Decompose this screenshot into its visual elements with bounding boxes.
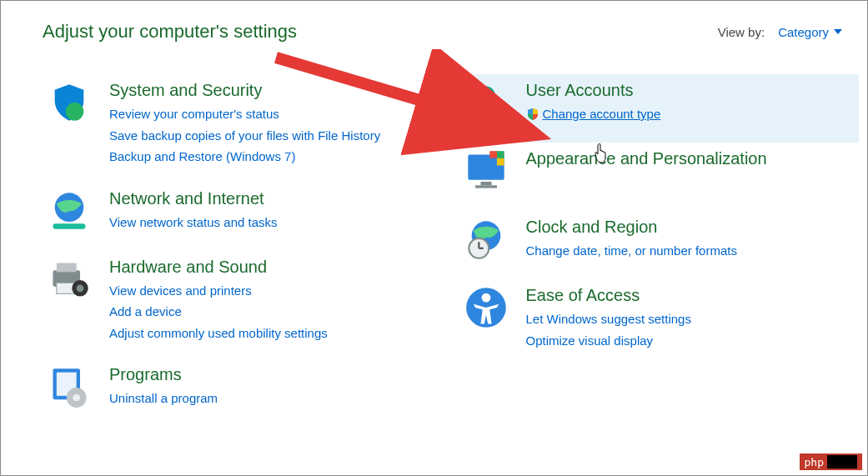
programs-icon — [46, 365, 93, 412]
category-title[interactable]: User Accounts — [526, 81, 851, 100]
category-ease-of-access: Ease of Access Let Windows suggest setti… — [459, 279, 860, 366]
category-hardware-sound: Hardware and Sound View devices and prin… — [43, 251, 443, 359]
category-appearance-personalization: Appearance and Personalization — [459, 143, 860, 211]
globe-icon — [46, 189, 93, 236]
viewby-value: Category — [778, 25, 829, 39]
accessibility-icon — [463, 286, 509, 333]
link-optimize-display[interactable]: Optimize visual display — [526, 330, 851, 352]
category-title[interactable]: Hardware and Sound — [109, 258, 434, 277]
category-clock-region: Clock and Region Change date, time, or n… — [459, 211, 860, 279]
category-title[interactable]: System and Security — [109, 81, 434, 100]
category-programs: Programs Uninstall a program — [43, 358, 443, 427]
user-icon — [463, 81, 509, 128]
link-text: Change account type — [543, 103, 661, 125]
category-title[interactable]: Ease of Access — [526, 286, 851, 305]
category-system-security: System and Security Review your computer… — [43, 74, 443, 183]
svg-rect-15 — [475, 185, 497, 188]
viewby: View by: Category — [718, 25, 842, 39]
badge-black — [827, 455, 857, 468]
monitor-icon — [463, 149, 509, 196]
link-uninstall-program[interactable]: Uninstall a program — [109, 388, 434, 409]
category-title[interactable]: Network and Internet — [109, 189, 434, 208]
category-user-accounts: User Accounts Change account type — [459, 74, 860, 143]
left-column: System and Security Review your computer… — [43, 74, 443, 427]
link-file-history[interactable]: Save backup copies of your files with Fi… — [109, 125, 434, 147]
link-change-account-type[interactable]: Change account type — [526, 103, 661, 125]
svg-rect-14 — [480, 182, 491, 185]
link-review-status[interactable]: Review your computer's status — [109, 103, 434, 125]
svg-point-12 — [477, 87, 495, 105]
php-watermark: php — [800, 453, 862, 470]
viewby-dropdown[interactable]: Category — [778, 25, 842, 39]
shield-icon — [46, 81, 93, 128]
svg-rect-16 — [489, 151, 497, 158]
category-network-internet: Network and Internet View network status… — [43, 183, 443, 251]
svg-point-0 — [66, 103, 84, 121]
svg-rect-2 — [53, 223, 86, 229]
svg-point-11 — [73, 394, 80, 402]
right-column: User Accounts Change account type — [459, 74, 860, 427]
viewby-label: View by: — [718, 25, 765, 39]
svg-rect-18 — [489, 158, 497, 166]
link-devices-printers[interactable]: View devices and printers — [109, 280, 434, 302]
link-suggest-settings[interactable]: Let Windows suggest settings — [526, 308, 851, 330]
svg-point-7 — [77, 284, 84, 292]
svg-point-25 — [481, 293, 490, 303]
clock-globe-icon — [463, 218, 509, 264]
category-title[interactable]: Clock and Region — [526, 218, 851, 237]
uac-shield-icon — [526, 108, 539, 121]
svg-rect-17 — [497, 151, 504, 158]
header: Adjust your computer's settings View by:… — [1, 1, 867, 49]
category-title[interactable]: Programs — [109, 365, 434, 384]
link-network-status[interactable]: View network status and tasks — [109, 212, 434, 233]
svg-rect-19 — [497, 158, 504, 166]
page-title: Adjust your computer's settings — [43, 21, 297, 43]
link-add-device[interactable]: Add a device — [109, 301, 434, 323]
category-title[interactable]: Appearance and Personalization — [526, 149, 851, 168]
chevron-down-icon — [834, 29, 842, 34]
svg-rect-4 — [57, 263, 77, 272]
categories: System and Security Review your computer… — [1, 49, 867, 435]
link-date-time-formats[interactable]: Change date, time, or number formats — [526, 240, 851, 262]
link-backup-restore[interactable]: Backup and Restore (Windows 7) — [109, 146, 434, 168]
printer-icon — [46, 258, 93, 304]
badge-text: php — [805, 456, 824, 468]
link-mobility-settings[interactable]: Adjust commonly used mobility settings — [109, 323, 434, 344]
